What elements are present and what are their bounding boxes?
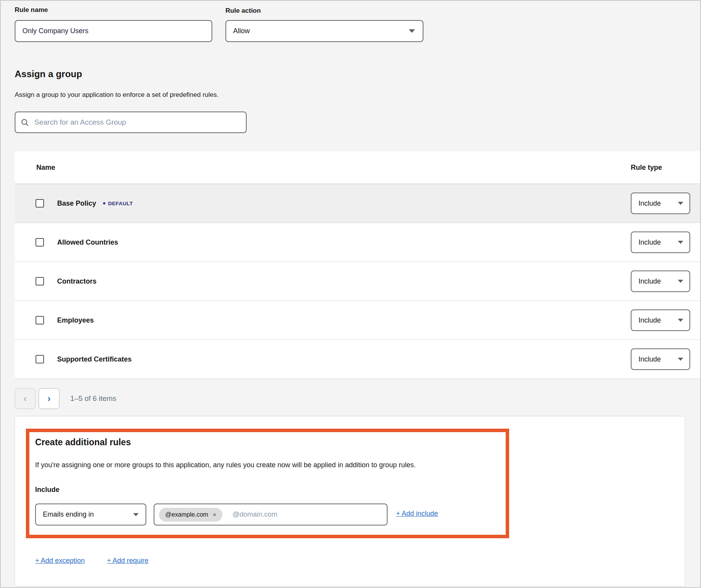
- rule-type-value: Include: [638, 277, 661, 286]
- group-name: Supported Certificates: [57, 355, 132, 363]
- include-label: Include: [35, 486, 59, 494]
- rule-type-value: Include: [638, 355, 661, 363]
- name-column-header: Name: [36, 164, 55, 172]
- chevron-down-icon: [678, 280, 683, 283]
- rule-type-value: Include: [638, 316, 661, 324]
- tag-label: @example.com: [165, 511, 208, 518]
- previous-page-button[interactable]: ‹: [15, 388, 36, 409]
- rule-type-select[interactable]: Include: [631, 193, 690, 214]
- next-page-button[interactable]: ›: [39, 388, 59, 409]
- table-row: Employees Include: [15, 301, 700, 340]
- access-groups-table: Name Rule type Base Policy DEFAULT Inclu…: [15, 151, 700, 379]
- email-domain-tag: @example.com ×: [159, 508, 222, 522]
- additional-rules-card: Create additional rules If you're assign…: [15, 416, 685, 586]
- rule-type-select[interactable]: Include: [631, 270, 690, 292]
- badge-dot-icon: [103, 202, 105, 204]
- pagination-range-label: 1–5 of 6 items: [70, 394, 116, 403]
- rule-type-value: Include: [638, 199, 661, 208]
- table-row: Allowed Countries Include: [15, 223, 700, 262]
- group-name: Allowed Countries: [57, 238, 118, 247]
- table-row: Base Policy DEFAULT Include: [15, 184, 700, 223]
- table-row: Contractors Include: [15, 262, 700, 301]
- rule-name-input[interactable]: [15, 20, 212, 42]
- row-checkbox[interactable]: [36, 199, 44, 208]
- assign-group-description: Assign a group to your application to en…: [15, 91, 218, 99]
- search-icon: [21, 118, 29, 127]
- add-exception-link[interactable]: + Add exception: [35, 557, 85, 565]
- chevron-down-icon: [678, 319, 683, 322]
- group-name: Base Policy: [57, 199, 96, 208]
- group-name: Employees: [57, 316, 94, 324]
- chevron-right-icon: ›: [47, 393, 51, 404]
- email-domain-field[interactable]: @example.com ×: [154, 504, 388, 525]
- add-require-link[interactable]: + Add require: [107, 557, 149, 565]
- condition-value: Emails ending in: [43, 510, 94, 519]
- row-checkbox[interactable]: [36, 316, 44, 324]
- table-row: Supported Certificates Include: [15, 340, 700, 379]
- rule-type-select[interactable]: Include: [631, 348, 690, 370]
- badge-label: DEFAULT: [108, 201, 133, 206]
- chevron-down-icon: [678, 358, 683, 361]
- rule-action-value: Allow: [233, 27, 250, 35]
- rule-editor-page: Rule name Rule action Allow Assign a gro…: [0, 0, 701, 588]
- row-checkbox[interactable]: [36, 238, 44, 247]
- assign-group-heading: Assign a group: [15, 69, 82, 79]
- email-domain-input[interactable]: [232, 510, 382, 519]
- table-header-row: Name Rule type: [15, 151, 700, 184]
- pagination: ‹ › 1–5 of 6 items: [15, 388, 116, 409]
- include-condition-select[interactable]: Emails ending in: [35, 504, 146, 525]
- chevron-down-icon: [678, 241, 683, 244]
- chevron-down-icon: [409, 29, 415, 33]
- rule-type-value: Include: [638, 238, 661, 247]
- row-checkbox[interactable]: [36, 355, 44, 363]
- row-checkbox[interactable]: [36, 277, 44, 286]
- rule-type-select[interactable]: Include: [631, 309, 690, 331]
- rule-action-label: Rule action: [225, 7, 261, 15]
- chevron-left-icon: ‹: [24, 393, 27, 404]
- chevron-down-icon: [133, 513, 139, 516]
- rule-type-column-header: Rule type: [631, 164, 662, 172]
- additional-rules-heading: Create additional rules: [35, 437, 131, 448]
- rule-action-select[interactable]: Allow: [225, 20, 423, 42]
- default-badge: DEFAULT: [103, 201, 133, 206]
- remove-tag-icon[interactable]: ×: [213, 512, 216, 517]
- access-group-search[interactable]: [15, 112, 247, 133]
- additional-rules-description: If you're assigning one or more groups t…: [35, 461, 416, 469]
- search-input[interactable]: [34, 118, 240, 127]
- rule-name-label: Rule name: [15, 6, 48, 14]
- chevron-down-icon: [678, 202, 683, 205]
- add-include-link[interactable]: + Add include: [396, 510, 438, 518]
- group-name: Contractors: [57, 277, 97, 286]
- rule-type-select[interactable]: Include: [631, 231, 690, 253]
